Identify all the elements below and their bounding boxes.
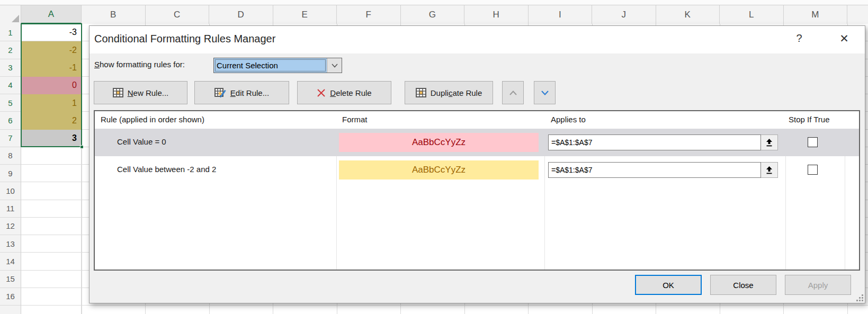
column-headers: ABCDEFGHIJKLM [0,5,868,24]
col-header-rule: Rule (applied in order shown) [101,115,204,124]
duplicate-rule-label: Duplicate Rule [431,88,482,97]
row-header-10[interactable]: 10 [0,182,21,200]
chevron-up-icon [509,91,517,95]
close-icon[interactable]: ✕ [836,32,852,47]
collapse-dialog-button[interactable] [761,162,778,178]
collapse-dialog-button[interactable] [761,134,778,150]
cell-A6[interactable]: 2 [21,112,82,129]
delete-rule-label: Delete Rule [330,88,371,97]
column-header-K[interactable]: K [656,5,720,24]
rule-row-cell-value-between[interactable]: Cell Value between -2 and 2 AaBbCcYyZz =… [95,156,859,184]
cell-A13[interactable] [21,235,82,253]
new-rule-label: New Rule... [128,88,169,97]
move-rule-up-button[interactable] [502,81,524,104]
edit-rule-label: Edit Rule... [230,88,269,97]
cell-A17[interactable] [21,306,82,314]
close-button[interactable]: Close [710,275,776,295]
conditional-formatting-rules-manager-dialog: Conditional Formatting Rules Manager ? ✕… [89,25,865,303]
rules-list: Rule (applied in order shown) Format App… [94,110,860,271]
column-header-C[interactable]: C [146,5,210,24]
row-header-6[interactable]: 6 [0,112,21,129]
select-all-icon [12,15,19,22]
rule-row-cell-value-0[interactable]: Cell Value = 0 AaBbCcYyZz =$A$1:$A$7 [95,129,859,156]
cell-A16[interactable] [21,288,82,306]
stop-if-true-checkbox[interactable] [808,165,818,175]
chevron-down-icon [541,91,549,95]
grid-cells-row-17[interactable] [82,306,868,314]
cell-A4[interactable]: 0 [21,77,82,94]
column-header-E[interactable]: E [273,5,337,24]
scope-dropdown[interactable]: Current Selection [213,58,342,73]
scope-dropdown-value: Current Selection [214,58,327,73]
col-header-applies: Applies to [551,115,586,124]
row-header-2[interactable]: 2 [0,41,21,59]
ok-button[interactable]: OK [635,275,702,295]
row-header-17[interactable] [0,306,21,314]
row-header-11[interactable]: 11 [0,200,21,218]
sheet-top-strip [0,0,868,5]
column-header-D[interactable]: D [209,5,273,24]
select-all-corner[interactable] [0,5,21,24]
row-header-4[interactable]: 4 [0,77,21,94]
row-header-3[interactable]: 3 [0,59,21,77]
cell-A15[interactable] [21,271,82,288]
cell-A10[interactable] [21,182,82,200]
dialog-title: Conditional Formatting Rules Manager [94,33,275,45]
format-preview-swatch: AaBbCcYyZz [339,133,539,152]
cell-A8[interactable] [21,147,82,165]
cell-A12[interactable] [21,218,82,235]
cell-A14[interactable] [21,253,82,270]
dialog-titlebar[interactable]: Conditional Formatting Rules Manager ? ✕ [90,26,865,53]
chevron-down-icon [332,64,338,68]
row-header-16[interactable]: 16 [0,288,21,306]
excel-window: ABCDEFGHIJKLM 1-32-23-140516273891011121… [0,0,868,314]
column-header-F[interactable]: F [337,5,401,24]
rule-label: Cell Value between -2 and 2 [117,165,216,174]
row-header-8[interactable]: 8 [0,147,21,165]
applies-to-field: =$A$1:$A$7 [548,134,778,150]
row-header-9[interactable]: 9 [0,165,21,182]
col-header-format: Format [342,115,368,124]
column-header-J[interactable]: J [592,5,656,24]
new-rule-button[interactable]: New Rule... [94,81,187,104]
delete-rule-button[interactable]: Delete Rule [297,81,391,104]
row-header-15[interactable]: 15 [0,271,21,288]
scope-dropdown-button[interactable] [327,58,342,73]
row-header-13[interactable]: 13 [0,235,21,253]
row-header-12[interactable]: 12 [0,218,21,235]
column-header-B[interactable]: B [82,5,146,24]
stop-if-true-checkbox[interactable] [808,137,818,147]
cell-A9[interactable] [21,165,82,182]
column-header-filler [847,5,868,24]
duplicate-rule-button[interactable]: Duplicate Rule [405,81,493,104]
format-preview-swatch: AaBbCcYyZz [339,160,539,180]
cell-A7[interactable]: 3 [21,130,82,147]
column-header-H[interactable]: H [464,5,529,24]
applies-to-input[interactable]: =$A$1:$A$7 [548,134,761,150]
cell-A1[interactable]: -3 [21,24,82,41]
col-header-stop: Stop If True [789,115,830,124]
column-header-G[interactable]: G [401,5,465,24]
cell-A5[interactable]: 1 [21,94,82,112]
rules-list-header: Rule (applied in order shown) Format App… [95,111,859,129]
column-header-L[interactable]: L [720,5,784,24]
show-rules-label: Show formatting rules for: [94,60,185,69]
red-x-icon [317,88,326,97]
cell-A2[interactable]: -2 [21,41,82,59]
applies-to-input[interactable]: =$A$1:$A$7 [548,162,761,178]
table-icon [416,88,426,97]
help-icon[interactable]: ? [791,32,807,47]
column-header-I[interactable]: I [529,5,593,24]
column-header-A[interactable]: A [21,5,82,24]
resize-grip[interactable] [855,293,864,302]
edit-rule-button[interactable]: Edit Rule... [194,81,289,104]
apply-button[interactable]: Apply [785,275,851,295]
row-header-7[interactable]: 7 [0,130,21,147]
move-rule-down-button[interactable] [534,81,556,104]
row-header-5[interactable]: 5 [0,94,21,112]
column-header-M[interactable]: M [784,5,848,24]
row-header-1[interactable]: 1 [0,24,21,41]
row-header-14[interactable]: 14 [0,253,21,270]
cell-A3[interactable]: -1 [21,59,82,77]
cell-A11[interactable] [21,200,82,218]
